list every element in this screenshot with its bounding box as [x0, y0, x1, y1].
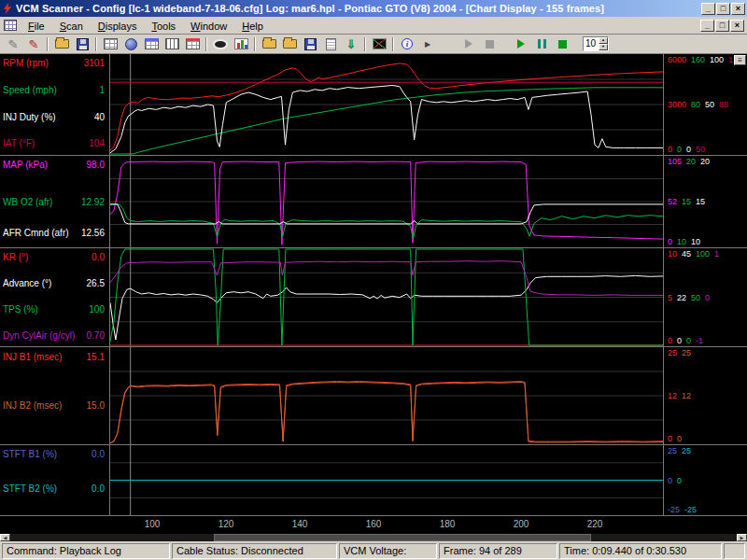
menu-bar: FileScanDisplaysToolsWindowHelp _ □ ×	[0, 17, 747, 35]
menu-help[interactable]: Help	[234, 19, 271, 34]
scroll-left-icon[interactable]: ◀	[0, 534, 10, 541]
tick-value: 20	[700, 157, 710, 166]
channel-speed-mph[interactable]: Speed (mph)1	[3, 85, 105, 95]
trace-wb-o2-afr	[110, 204, 663, 239]
channel-label: INJ Duty (%)	[3, 112, 56, 122]
channel-stft-b2[interactable]: STFT B2 (%)0.0	[3, 483, 105, 494]
channel-label: IAT (°F)	[3, 138, 35, 148]
tick-value: 25	[682, 348, 691, 357]
x-tick-140: 140	[286, 519, 314, 529]
pause-button[interactable]	[532, 35, 551, 53]
speed-value: 10	[584, 37, 599, 50]
chart-plot-4[interactable]	[110, 347, 663, 444]
stop-disabled-button[interactable]	[480, 35, 499, 53]
channel-value: 104	[89, 138, 105, 148]
grid-display-blue-button[interactable]	[142, 35, 161, 53]
scrollbar-thumb[interactable]	[214, 534, 592, 541]
save-log-button[interactable]	[301, 35, 319, 53]
info-icon: i	[402, 38, 413, 49]
chart-plot-3[interactable]	[110, 248, 663, 346]
channel-kr[interactable]: KR (°)0.0	[3, 252, 105, 262]
channel-map-kpa[interactable]: MAP (kPa)98.0	[3, 160, 105, 170]
channel-value: 1	[99, 85, 105, 95]
toolbar-overflow-button[interactable]: ▶	[418, 35, 437, 53]
spinner-down-icon[interactable]: ▼	[599, 44, 608, 50]
grid-display-red-button[interactable]	[183, 35, 202, 53]
playback-speed-spinner[interactable]: 10▲▼	[583, 35, 609, 53]
channel-label: WB O2 (afr)	[3, 197, 52, 207]
tick-value: 160	[691, 55, 705, 64]
chart-properties-button[interactable]: ≡	[734, 55, 746, 65]
close-log-button[interactable]	[280, 35, 299, 53]
x-tick-200: 200	[507, 519, 535, 529]
channel-afr-cmnd-afr[interactable]: AFR Cmnd (afr)12.56	[3, 228, 105, 238]
channel-tps[interactable]: TPS (%)100	[3, 304, 105, 315]
menu-tools[interactable]: Tools	[144, 19, 183, 34]
x-tick-160: 160	[359, 519, 388, 529]
menu-scan[interactable]: Scan	[52, 19, 91, 34]
chart-plot-5[interactable]	[110, 445, 663, 515]
grid-display-blue-icon	[145, 38, 159, 49]
tick-value: 45	[682, 249, 691, 259]
edit-pen-red-button[interactable]: ✎	[24, 35, 43, 53]
tick-value: 0	[677, 476, 682, 485]
channel-inj-duty[interactable]: INJ Duty (%)40	[3, 112, 105, 122]
edit-pen-dark-button[interactable]: ✎	[4, 35, 22, 53]
channel-label-column: STFT B1 (%)0.0STFT B2 (%)0.0	[0, 445, 110, 515]
dashboard-display-button[interactable]	[211, 35, 230, 53]
menu-window[interactable]: Window	[183, 19, 234, 34]
restore-button[interactable]: □	[716, 3, 730, 15]
channel-value: 0.70	[87, 330, 105, 341]
child-minimize-button[interactable]: _	[700, 20, 714, 32]
play-button[interactable]	[512, 35, 530, 53]
info-button[interactable]: i	[398, 35, 416, 53]
save-config-button[interactable]	[73, 35, 92, 53]
gauge-cluster-button[interactable]	[121, 35, 140, 53]
histogram-display-button[interactable]	[232, 35, 250, 53]
stop-disabled-icon	[486, 40, 494, 49]
menu-displays[interactable]: Displays	[91, 19, 145, 34]
x-axis: 100120140160180200220	[0, 516, 747, 534]
child-close-button[interactable]: ×	[730, 20, 744, 32]
open-log-button[interactable]	[260, 35, 278, 53]
toolbar-separator	[364, 37, 366, 51]
toolbar-separator	[392, 37, 394, 51]
channel-label: AFR Cmnd (afr)	[3, 228, 69, 238]
minimize-button[interactable]: _	[701, 3, 715, 15]
open-config-icon	[55, 39, 69, 49]
channel-label: STFT B1 (%)	[3, 449, 57, 459]
chart-display-button[interactable]	[370, 35, 388, 53]
chart-plot-2[interactable]	[110, 156, 663, 247]
import-log-button[interactable]: ⇓	[342, 35, 360, 53]
tick-value: 15	[682, 197, 691, 206]
table-display-icon	[104, 38, 118, 49]
log-file-button[interactable]	[321, 35, 340, 53]
menu-file[interactable]: File	[21, 19, 52, 34]
trace-rpm-rpm	[110, 63, 663, 151]
open-config-button[interactable]	[52, 35, 71, 53]
channel-advance[interactable]: Advance (°)26.5	[3, 278, 105, 288]
channel-dyn-cylair-g-cyl[interactable]: Dyn CylAir (g/cyl)0.70	[3, 330, 105, 341]
close-button[interactable]: ×	[731, 3, 745, 15]
tick-value: 52	[668, 197, 677, 206]
child-restore-button[interactable]: □	[715, 20, 729, 32]
channel-rpm-rpm[interactable]: RPM (rpm)3101	[3, 58, 105, 68]
spinner-up-icon[interactable]: ▲	[599, 37, 608, 44]
horizontal-scrollbar[interactable]: ◀ ▶	[0, 534, 747, 541]
channel-stft-b1[interactable]: STFT B1 (%)0.0	[3, 449, 105, 459]
table-display-button[interactable]	[101, 35, 120, 53]
stop-button[interactable]	[553, 35, 571, 53]
tick-row: 00	[668, 434, 682, 443]
channel-iat-f[interactable]: IAT (°F)104	[3, 138, 105, 148]
chart-plot-1[interactable]	[110, 54, 663, 155]
channel-inj-b1-msec[interactable]: INJ B1 (msec)15.1	[3, 352, 105, 362]
scrollbar-track[interactable]	[10, 534, 737, 541]
play-disabled-button[interactable]	[459, 35, 478, 53]
grid-display-cols-button[interactable]	[162, 35, 181, 53]
save-config-icon	[77, 38, 89, 50]
scroll-right-icon[interactable]: ▶	[737, 534, 747, 541]
title-bar: VCM Scanner - Config [lc-1 wideband-7-18…	[0, 0, 747, 17]
tick-value: -25	[668, 505, 680, 514]
channel-wb-o2-afr[interactable]: WB O2 (afr)12.92	[3, 197, 105, 207]
channel-inj-b2-msec[interactable]: INJ B2 (msec)15.0	[3, 400, 105, 411]
